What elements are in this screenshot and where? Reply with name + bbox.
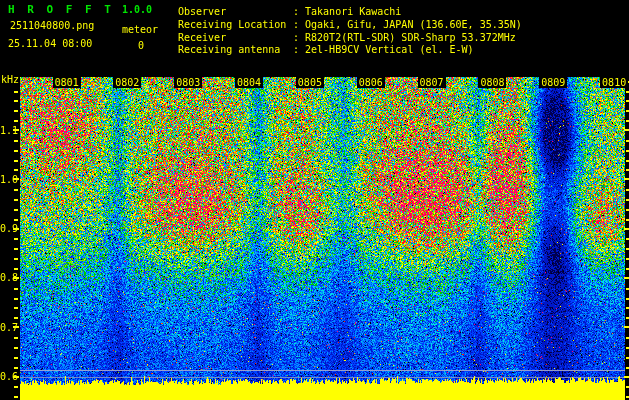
info-value: Ogaki, Gifu, JAPAN (136.60E, 35.35N) bbox=[305, 19, 522, 32]
info-label: Receiving antenna bbox=[178, 44, 293, 57]
x-tick-label-0807: 0807 bbox=[418, 77, 446, 88]
mode-label: meteor bbox=[122, 24, 158, 35]
y-tick-label-1.1: 1.1 bbox=[0, 125, 18, 136]
y-tick-label-0.9: 0.9 bbox=[0, 223, 18, 234]
info-colon: : bbox=[293, 6, 299, 19]
app-title: H R O F F T bbox=[8, 3, 114, 16]
x-tick-label-0809: 0809 bbox=[539, 77, 567, 88]
info-colon: : bbox=[293, 19, 299, 32]
y-tick-label-0.8: 0.8 bbox=[0, 272, 18, 283]
info-value: 2el-HB9CV Vertical (el. E-W) bbox=[305, 44, 474, 57]
x-tick-label-0805: 0805 bbox=[296, 77, 324, 88]
info-row-1: Receiving Location:Ogaki, Gifu, JAPAN (1… bbox=[178, 19, 522, 32]
station-info-block: Observer:Takanori KawachiReceiving Locat… bbox=[178, 6, 522, 57]
info-value: Takanori Kawachi bbox=[305, 6, 401, 19]
y-axis-unit-label: kHz bbox=[1, 74, 19, 85]
info-label: Observer bbox=[178, 6, 293, 19]
spectrogram-canvas bbox=[0, 0, 629, 400]
info-value: R820T2(RTL-SDR) SDR-Sharp 53.372MHz bbox=[305, 32, 516, 45]
info-colon: : bbox=[293, 44, 299, 57]
x-tick-label-0802: 0802 bbox=[113, 77, 141, 88]
x-tick-label-0801: 0801 bbox=[53, 77, 81, 88]
info-colon: : bbox=[293, 32, 299, 45]
y-tick-label-0.7: 0.7 bbox=[0, 322, 18, 333]
x-tick-label-0806: 0806 bbox=[357, 77, 385, 88]
x-tick-label-0810: 0810 bbox=[600, 77, 628, 88]
info-row-2: Receiver:R820T2(RTL-SDR) SDR-Sharp 53.37… bbox=[178, 32, 522, 45]
info-row-0: Observer:Takanori Kawachi bbox=[178, 6, 522, 19]
y-tick-label-1.0: 1.0 bbox=[0, 174, 18, 185]
x-tick-label-0803: 0803 bbox=[174, 77, 202, 88]
info-row-3: Receiving antenna:2el-HB9CV Vertical (el… bbox=[178, 44, 522, 57]
hrofft-output-image: H R O F F T 1.0.0 2511040800.png meteor … bbox=[0, 0, 629, 400]
meteor-echo-count: 0 bbox=[138, 40, 144, 51]
x-tick-label-0808: 0808 bbox=[478, 77, 506, 88]
info-label: Receiver bbox=[178, 32, 293, 45]
output-filename: 2511040800.png bbox=[10, 20, 94, 31]
observation-datetime: 25.11.04 08:00 bbox=[8, 38, 92, 49]
app-version: 1.0.0 bbox=[122, 4, 152, 15]
x-tick-label-0804: 0804 bbox=[235, 77, 263, 88]
info-label: Receiving Location bbox=[178, 19, 293, 32]
y-tick-label-0.6: 0.6 bbox=[0, 371, 18, 382]
